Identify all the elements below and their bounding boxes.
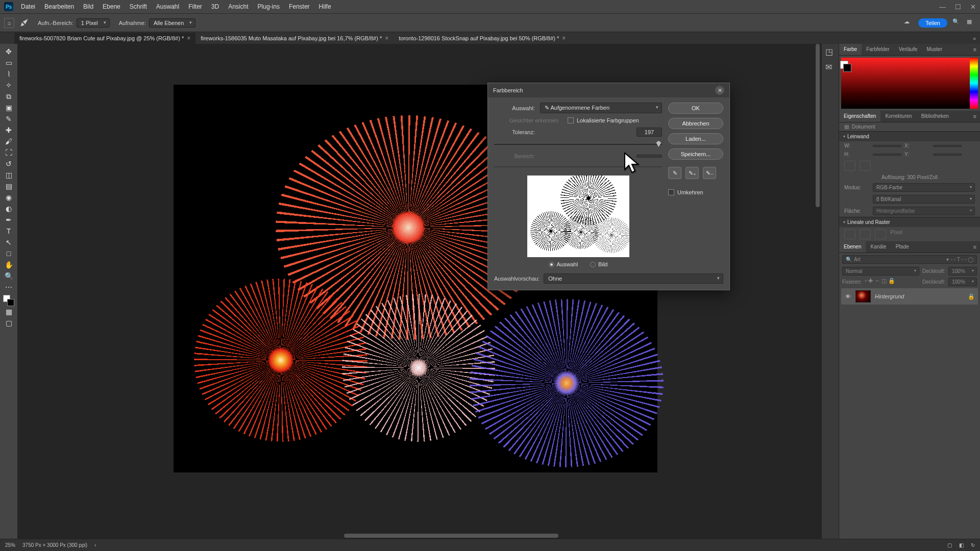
document-info[interactable]: 3750 Px × 3000 Px (300 ppi) [22,542,87,548]
move-tool-icon[interactable]: ✥ [2,46,15,57]
menu-datei[interactable]: Datei [16,3,40,10]
tolerance-slider[interactable] [494,141,662,148]
status-arrow-icon[interactable]: › [94,542,96,548]
type-tool-icon[interactable]: T [2,226,15,237]
mode-dropdown[interactable]: RGB-Farbe [873,183,975,192]
save-button[interactable]: Speichern... [668,148,723,160]
shape-tool-icon[interactable]: □ [2,248,15,259]
guides-icon[interactable] [875,229,886,239]
tab-ebenen[interactable]: Ebenen [839,241,866,253]
eyedropper-subtract-icon[interactable]: ✎₋ [703,167,716,179]
radio-bild[interactable]: Bild [590,261,607,267]
tab-close-icon[interactable]: × [562,35,566,42]
status-icon[interactable]: ↻ [971,542,975,548]
vertical-scrollbar[interactable] [815,44,821,539]
dialog-titlebar[interactable]: Farbbereich ✕ [488,83,729,97]
ruler-icon[interactable] [844,229,855,239]
tab-close-icon[interactable]: × [187,35,190,42]
radio-auswahl[interactable]: Auswahl [549,261,578,267]
history-panel-icon[interactable]: ◳ [825,47,836,57]
opacity-field[interactable]: 100% [948,267,977,276]
brush-tool-icon[interactable]: 🖌 [2,136,15,147]
status-icon[interactable]: ▢ [947,542,952,548]
wand-tool-icon[interactable]: ✧ [2,80,15,91]
frame-tool-icon[interactable]: ▣ [2,102,15,113]
localized-checkbox[interactable] [568,117,574,123]
section-leinwand[interactable]: Leinwand [839,131,980,141]
blur-tool-icon[interactable]: ◉ [2,192,15,203]
eyedropper-tool-icon[interactable]: ✎ [2,113,15,124]
y-field[interactable] [933,154,962,156]
history-brush-icon[interactable]: ↺ [2,158,15,169]
menu-ebene[interactable]: Ebene [98,3,125,10]
tabs-overflow-icon[interactable]: » [973,35,976,41]
load-button[interactable]: Laden... [668,133,723,144]
workspace-icon[interactable]: ▦ [967,18,976,28]
selection-preview[interactable] [527,176,629,257]
comments-panel-icon[interactable]: ✉ [825,62,836,72]
menu-fenster[interactable]: Fenster [284,3,314,10]
status-icon[interactable]: ◧ [959,542,964,548]
sample-size-dropdown[interactable]: 1 Pixel [77,18,110,28]
hand-tool-icon[interactable]: ✋ [2,259,15,270]
zoom-tool-icon[interactable]: 🔍 [2,270,15,282]
orientation-landscape-icon[interactable] [860,161,871,171]
tools-more-icon[interactable]: ⋯ [2,282,15,293]
eraser-tool-icon[interactable]: ◫ [2,169,15,181]
dialog-close-icon[interactable]: ✕ [715,86,724,95]
eyedropper-icon[interactable]: ✎ [668,167,681,179]
current-tool-icon[interactable] [19,17,31,29]
window-maximize[interactable]: ☐ [955,3,961,11]
fill-dropdown[interactable]: Hintergrundfarbe [873,207,975,215]
x-field[interactable] [933,145,962,147]
document-tab-2[interactable]: fireworks-1586035 Muto Masataka auf Pixa… [195,33,394,44]
panel-menu-icon[interactable]: ≡ [970,44,980,55]
menu-auswahl[interactable]: Auswahl [152,3,184,10]
pen-tool-icon[interactable]: ✒ [2,214,15,226]
menu-filter[interactable]: Filter [184,3,207,10]
share-button[interactable]: Teilen [918,18,947,28]
tab-farbe[interactable]: Farbe [839,44,862,55]
fill-opacity-field[interactable]: 100% [948,278,977,286]
width-field[interactable] [873,145,901,147]
tab-verlaeufe[interactable]: Verläufe [894,44,922,55]
tab-bibliotheken[interactable]: Bibliotheken [917,111,953,122]
crop-tool-icon[interactable]: ⧉ [2,91,15,102]
cloud-icon[interactable]: ☁ [904,18,913,28]
heal-tool-icon[interactable]: ✚ [2,124,15,136]
horizontal-scrollbar[interactable] [17,533,815,539]
lock-icon[interactable]: 🔒 [968,293,975,300]
sample-layers-dropdown[interactable]: Alle Ebenen [149,18,195,28]
tolerance-field[interactable]: 197 [636,128,662,137]
panel-menu-icon[interactable]: ≡ [970,111,980,122]
menu-ansicht[interactable]: Ansicht [224,3,253,10]
zoom-level[interactable]: 25% [5,542,15,548]
menu-hilfe[interactable]: Hilfe [314,3,336,10]
tab-eigenschaften[interactable]: Eigenschaften [839,111,880,122]
document-tab-3[interactable]: toronto-1298016 StockSnap auf Pixabay.jp… [394,33,571,44]
path-tool-icon[interactable]: ↖ [2,237,15,248]
cancel-button[interactable]: Abbrechen [668,118,723,129]
home-icon[interactable]: ⌂ [4,18,14,28]
tab-pfade[interactable]: Pfade [891,241,914,253]
tab-farbfelder[interactable]: Farbfelder [862,44,894,55]
ok-button[interactable]: OK [668,103,723,114]
preview-mode-dropdown[interactable]: Ohne [544,273,723,284]
search-icon[interactable]: 🔍 [952,18,962,28]
stamp-tool-icon[interactable]: ⛶ [2,147,15,158]
eyedropper-add-icon[interactable]: ✎₊ [685,167,699,179]
visibility-icon[interactable]: 👁 [844,293,851,299]
depth-dropdown[interactable]: 8 Bit/Kanal [873,195,975,204]
height-field[interactable] [873,154,901,156]
layer-item[interactable]: 👁 Hintergrund 🔒 [841,288,978,305]
screenmode-icon[interactable]: ▢ [2,317,15,329]
lasso-tool-icon[interactable]: ⌇ [2,68,15,80]
hue-slider[interactable] [970,58,978,109]
tab-close-icon[interactable]: × [385,35,388,42]
tab-muster[interactable]: Muster [922,44,947,55]
dodge-tool-icon[interactable]: ◐ [2,203,15,214]
menu-plugins[interactable]: Plug-ins [253,3,284,10]
marquee-tool-icon[interactable]: ▭ [2,57,15,68]
grid-icon[interactable] [860,229,871,239]
menu-3d[interactable]: 3D [207,3,224,10]
